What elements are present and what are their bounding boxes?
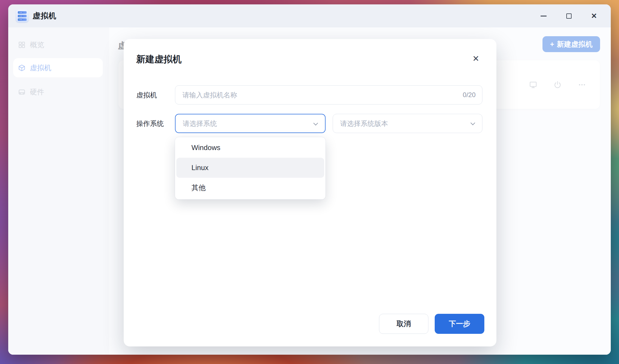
close-icon: ✕ — [472, 54, 479, 63]
os-option-windows[interactable]: Windows — [176, 138, 324, 158]
os-label: 操作系统 — [136, 114, 164, 133]
os-version-placeholder: 请选择系统版本 — [333, 119, 388, 128]
os-option-other[interactable]: 其他 — [176, 178, 324, 198]
cancel-button[interactable]: 取消 — [379, 314, 428, 334]
vm-name-label: 虚拟机 — [136, 85, 157, 105]
os-version-select[interactable]: 请选择系统版本 — [333, 114, 482, 133]
os-system-placeholder: 请选择系统 — [176, 119, 217, 128]
char-counter: 0/20 — [463, 91, 482, 99]
close-icon: ✕ — [591, 12, 597, 19]
next-step-button[interactable]: 下一步 — [435, 314, 484, 334]
os-option-linux[interactable]: Linux — [176, 158, 324, 178]
vm-name-field: 0/20 — [175, 85, 482, 105]
os-dropdown-menu: Windows Linux 其他 — [175, 137, 326, 199]
vm-name-input[interactable] — [175, 86, 463, 104]
maximize-button[interactable] — [564, 11, 573, 21]
modal-title: 新建虚拟机 — [136, 53, 182, 66]
app-logo-icon — [16, 9, 29, 22]
maximize-icon — [566, 13, 572, 19]
os-system-select[interactable]: 请选择系统 — [175, 114, 326, 133]
close-window-button[interactable]: ✕ — [589, 11, 599, 21]
app-title: 虚拟机 — [33, 11, 56, 21]
titlebar: 虚拟机 ✕ — [8, 4, 611, 27]
minimize-button[interactable] — [539, 11, 548, 21]
new-vm-modal: 新建虚拟机 ✕ 虚拟机 0/20 操作系统 请选择系统 请选择系统版本 Wind… — [124, 39, 496, 346]
chevron-down-icon — [313, 121, 318, 126]
app-window: 虚拟机 ✕ 概览 — [8, 4, 611, 355]
modal-close-button[interactable]: ✕ — [470, 53, 482, 65]
window-controls: ✕ — [539, 11, 599, 21]
minimize-icon — [541, 16, 547, 16]
desktop-wallpaper: 虚拟机 ✕ 概览 — [0, 0, 619, 364]
chevron-down-icon — [471, 121, 475, 125]
